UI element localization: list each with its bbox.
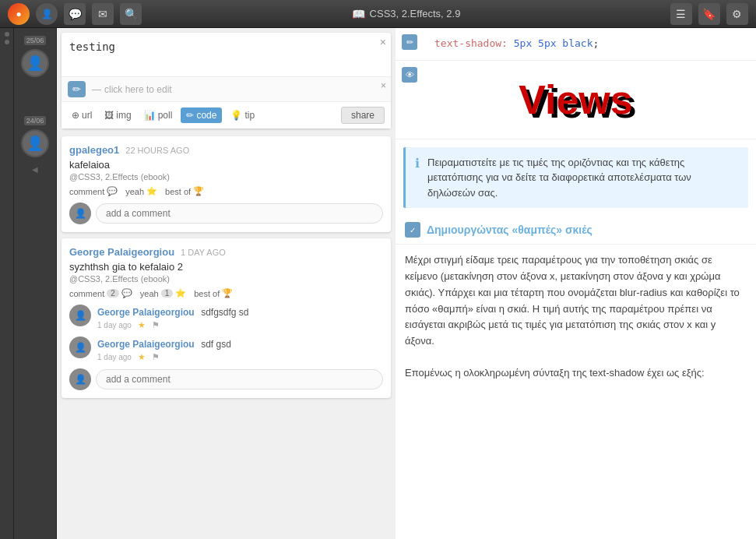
post-composer: × testing ✏ — click here to edit × ⊕ url… — [62, 33, 391, 129]
edit-icon-button[interactable]: ✏ — [68, 81, 86, 97]
bookmark-icon[interactable]: 🔖 — [698, 3, 720, 25]
post-time-1: 22 HOURS AGO — [125, 146, 189, 155]
img-icon: 🖼 — [104, 110, 114, 121]
code-value: 5px 5px black — [514, 37, 593, 49]
post-author-1: gpalegeo1 — [69, 144, 119, 156]
comment-text-2: sdf gsd — [201, 339, 231, 350]
sidebar-strip — [0, 28, 14, 539]
post-actions-2: comment 2 💬 yeah 1 ⭐ best of 🏆 — [69, 288, 383, 298]
comment-item-2: 👤 George Palaigeorgiou sdf gsd 1 day ago… — [69, 336, 383, 362]
top-bar: ● 👤 💬 ✉ 🔍 📖 CSS3, 2.Effects, 2.9 ☰ 🔖 ⚙ — [0, 0, 756, 28]
top-bar-right: ☰ 🔖 ⚙ — [670, 3, 748, 25]
code-line: text-shadow: 5px 5px black; — [411, 36, 740, 52]
code-icon: ✏ — [186, 110, 194, 121]
avatar-column: 25/06 👤 24/06 👤 ◀ — [14, 28, 57, 539]
preview-eye-icon[interactable]: 👁 — [402, 67, 417, 83]
yeah-button-1[interactable]: yeah ⭐ — [125, 186, 157, 196]
comment-button-1[interactable]: comment 💬 — [69, 186, 118, 196]
yeah-button-2[interactable]: yeah 1 ⭐ — [140, 288, 186, 298]
right-content-paragraph-1: Μέχρι στιγμή είδαμε τρεις παραμέτρους γι… — [396, 245, 756, 358]
comment-input-1[interactable] — [96, 203, 383, 224]
bestof-button-1[interactable]: best of 🏆 — [165, 186, 204, 196]
tip-button[interactable]: 💡 tip — [227, 107, 258, 123]
comment-star-2: ★ — [138, 352, 146, 362]
post-actions-1: comment 💬 yeah ⭐ best of 🏆 — [69, 186, 383, 196]
comment-count-2: 2 — [107, 289, 119, 298]
user-avatar-1[interactable]: 👤 — [21, 49, 49, 77]
img-button[interactable]: 🖼 img — [100, 107, 135, 123]
edit-hint: — click here to edit — [92, 84, 172, 95]
comment-text-1: sdfgsdfg sd — [201, 307, 248, 318]
comment-user-avatar-1: 👤 — [69, 305, 91, 326]
bestof-button-2[interactable]: best of 🏆 — [194, 288, 233, 298]
comment-input-row-2: 👤 — [69, 368, 383, 390]
date-badge-2: 24/06 — [24, 116, 47, 125]
comment-input-2[interactable] — [96, 369, 383, 389]
share-button[interactable]: share — [341, 107, 385, 124]
post-time-2: 1 DAY AGO — [181, 248, 226, 257]
brand-icon[interactable]: ● — [8, 3, 30, 25]
post-tag-1: @CSS3, 2.Effects (ebook) — [69, 172, 383, 181]
views-preview-text: Views — [519, 76, 632, 123]
comment-time-2: 1 day ago — [97, 353, 132, 361]
post-body-2: syzhthsh gia to kefalaio 2 — [69, 261, 383, 273]
comment-avatar-2: 👤 — [69, 368, 91, 390]
comment-avatar-1: 👤 — [69, 203, 91, 224]
mail-icon[interactable]: ✉ — [92, 3, 114, 25]
comment-meta-1: 1 day ago ★ ⚑ — [97, 320, 383, 330]
comment-button-2[interactable]: comment 2 💬 — [69, 288, 132, 298]
post-header-1: gpalegeo1 22 HOURS AGO — [69, 144, 383, 156]
info-icon: ℹ — [415, 156, 420, 171]
avatar-icon[interactable]: 👤 — [36, 3, 58, 25]
title-text: CSS3, 2.Effects, 2.9 — [370, 8, 461, 19]
comment-content-2: George Palaigeorgiou sdf gsd 1 day ago ★… — [97, 336, 383, 362]
top-bar-left: ● 👤 💬 ✉ 🔍 — [8, 3, 142, 25]
poll-button[interactable]: 📊 poll — [140, 107, 177, 123]
settings-icon[interactable]: ⚙ — [726, 3, 748, 25]
user-avatar-2[interactable]: 👤 — [21, 129, 49, 157]
post-author-2: George Palaigeorgiou — [69, 246, 174, 258]
code-edit-icon[interactable]: ✏ — [402, 34, 417, 50]
sidebar-dot — [5, 40, 9, 44]
comment-input-row-1: 👤 — [69, 203, 383, 224]
yeah-icon-1: ⭐ — [146, 186, 157, 196]
right-content-paragraph-2: Επομένως η ολοκληρωμένη σύνταξη της text… — [396, 358, 756, 389]
comment-icon-2: 💬 — [121, 288, 132, 298]
main-layout: 25/06 👤 24/06 👤 ◀ × testing ✏ — click he… — [0, 28, 756, 539]
top-bar-title: 📖 CSS3, 2.Effects, 2.9 — [352, 8, 461, 20]
section-heading-text: Δημιουργώντας «θαμπές» σκιές — [427, 224, 592, 236]
comment-star-1: ★ — [138, 320, 146, 330]
comment-icon-1: 💬 — [107, 186, 118, 196]
url-button[interactable]: ⊕ url — [68, 107, 96, 123]
comment-user-avatar-2: 👤 — [69, 336, 91, 358]
yeah-count-2: 1 — [161, 289, 174, 298]
preview-block: 👁 Views — [396, 61, 756, 139]
composer-textarea[interactable]: testing — [62, 33, 391, 73]
code-semicolon: ; — [593, 37, 600, 49]
list-icon[interactable]: ☰ — [670, 3, 692, 25]
post-tag-2: @CSS3, 2.Effects (ebook) — [69, 274, 383, 284]
chat-icon[interactable]: 💬 — [64, 3, 86, 25]
composer-edit-bar: ✏ — click here to edit × — [62, 76, 391, 101]
comment-author-2: George Palaigeorgiou — [97, 339, 195, 350]
date-badge-1: 25/06 — [24, 36, 47, 45]
sidebar-dot — [5, 32, 9, 37]
yeah-icon-2: ⭐ — [175, 288, 186, 298]
content-panel: × testing ✏ — click here to edit × ⊕ url… — [57, 28, 396, 539]
search-icon[interactable]: 🔍 — [120, 3, 142, 25]
right-panel: ✏ text-shadow: 5px 5px black; 👁 Views ℹ … — [396, 28, 756, 539]
post-header-2: George Palaigeorgiou 1 DAY AGO — [69, 246, 383, 258]
code-button[interactable]: ✏ code — [181, 107, 222, 123]
edit-bar-close-button[interactable]: × — [381, 80, 386, 91]
post-card-2: George Palaigeorgiou 1 DAY AGO syzhthsh … — [62, 238, 391, 398]
comment-time-1: 1 day ago — [97, 321, 132, 329]
comment-flag-2: ⚑ — [152, 352, 160, 362]
composer-close-button[interactable]: × — [380, 36, 386, 48]
composer-toolbar: ⊕ url 🖼 img 📊 poll ✏ code 💡 tip — [62, 101, 391, 129]
bestof-icon-1: 🏆 — [193, 186, 204, 196]
collapse-arrow[interactable]: ◀ — [32, 165, 38, 174]
comment-author-1: George Palaigeorgiou — [97, 307, 195, 318]
info-text: Πειραματιστείτε με τις τιμές της οριζόντ… — [427, 155, 739, 201]
tip-icon: 💡 — [230, 110, 242, 121]
code-block: ✏ text-shadow: 5px 5px black; — [396, 28, 756, 61]
